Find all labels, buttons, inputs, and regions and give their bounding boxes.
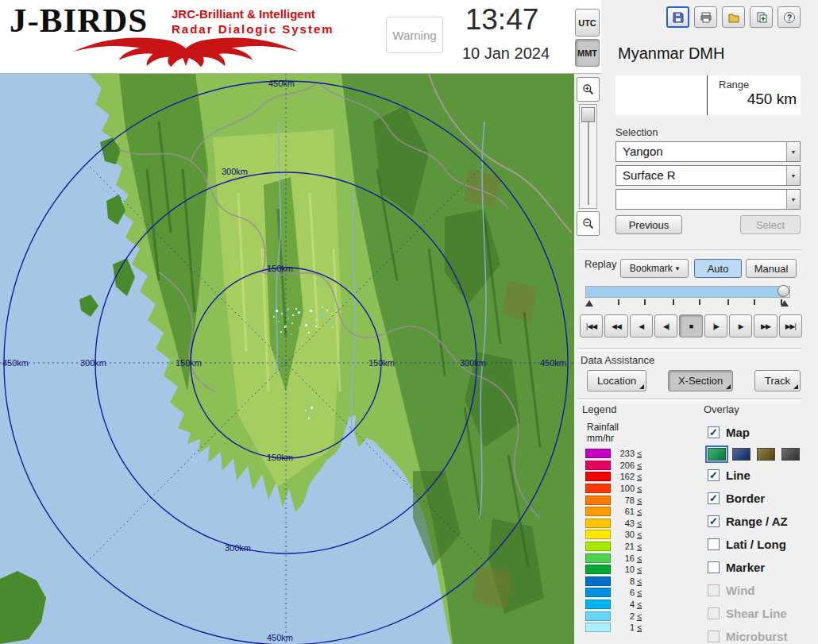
overlay-item-map[interactable]: ✓Map	[708, 421, 814, 444]
checkbox-wind	[708, 584, 720, 596]
legend-color-swatch	[585, 611, 611, 621]
legend-row: 16≤	[585, 552, 665, 564]
overlay-item-range-az[interactable]: ✓Range / AZ	[708, 510, 814, 533]
legend-color-swatch	[585, 449, 611, 458]
previous-button[interactable]: Previous	[615, 215, 682, 234]
site-dropdown[interactable]: Yangon ▼	[615, 141, 801, 162]
chevron-down-icon[interactable]: ▼	[786, 142, 800, 161]
checkbox-line[interactable]: ✓	[708, 469, 720, 481]
bookmark-button[interactable]: Bookmark ▾	[620, 259, 689, 278]
map-style-swatch-3[interactable]	[757, 448, 775, 461]
save-button[interactable]	[666, 6, 689, 28]
replay-step-back-button[interactable]: ◀|	[654, 314, 677, 337]
replay-fast-forward-button[interactable]: ▶▶	[754, 314, 777, 337]
bookmark-tick	[699, 299, 700, 305]
assist-button-label: Location	[597, 375, 636, 387]
zoom-in-button[interactable]	[577, 77, 600, 102]
map-style-swatch-4[interactable]	[781, 448, 800, 461]
overlay-label: Marker	[726, 561, 765, 574]
replay-fast-rewind-button[interactable]: ◀◀	[604, 314, 627, 337]
replay-play-button[interactable]: ▶	[729, 314, 752, 337]
chevron-down-icon[interactable]: ▼	[786, 166, 800, 185]
legend-color-swatch	[585, 565, 611, 574]
extra-dropdown-value	[616, 190, 786, 209]
checkbox-lati-long[interactable]	[708, 538, 720, 550]
auto-button[interactable]: Auto	[694, 259, 742, 278]
save-icon	[672, 11, 685, 24]
zoom-out-button[interactable]	[577, 211, 600, 236]
legend-threshold-link[interactable]: ≤	[637, 461, 642, 470]
assist-button-label: X-Section	[678, 375, 723, 387]
overlay-item-lati-long[interactable]: Lati / Long	[708, 533, 814, 556]
legend-threshold-link[interactable]: ≤	[637, 496, 642, 505]
replay-stop-button[interactable]: ■	[679, 314, 702, 337]
legend-color-swatch	[585, 600, 611, 609]
utc-button[interactable]: UTC	[575, 9, 600, 37]
overlay-item-microburst: Microburst	[708, 625, 814, 644]
replay-play-back-button[interactable]: ◀	[630, 314, 653, 337]
warning-button[interactable]: Warning	[386, 17, 443, 53]
legend-row: 30≤	[585, 529, 665, 541]
slider-start-marker-icon	[585, 300, 593, 307]
product-dropdown[interactable]: Surface R ▼	[615, 165, 801, 186]
legend-threshold-link[interactable]: ≤	[637, 542, 642, 551]
legend-value: 162	[611, 472, 635, 481]
zoom-slider[interactable]	[579, 104, 597, 209]
legend-threshold-link[interactable]: ≤	[637, 507, 642, 516]
checkbox-range-az[interactable]: ✓	[708, 515, 720, 527]
legend-threshold-link[interactable]: ≤	[637, 472, 642, 481]
zoom-slider-handle[interactable]	[581, 107, 595, 122]
legend-threshold-link[interactable]: ≤	[637, 600, 642, 609]
radar-map-display[interactable]: 450km300km150km450km300km150km150km300km…	[0, 74, 574, 644]
legend-threshold-link[interactable]: ≤	[637, 577, 642, 586]
chevron-down-icon[interactable]: ▼	[786, 190, 800, 209]
add-button[interactable]	[750, 6, 773, 28]
checkbox-shear-line	[708, 607, 720, 619]
extra-dropdown[interactable]: ▼	[615, 189, 801, 210]
legend-threshold-link[interactable]: ≤	[637, 588, 642, 597]
legend-threshold-link[interactable]: ≤	[637, 565, 642, 574]
radar-map[interactable]: 450km300km150km450km300km150km150km300km…	[0, 74, 574, 644]
legend-row: 162≤	[585, 471, 665, 483]
replay-skip-end-button[interactable]: ▶▶|	[779, 314, 802, 337]
location-button[interactable]: Location	[587, 370, 646, 391]
overlay-item-line[interactable]: ✓Line	[708, 464, 814, 487]
legend-threshold-link[interactable]: ≤	[637, 484, 642, 493]
legend-threshold-link[interactable]: ≤	[637, 530, 642, 539]
svg-text:300km: 300km	[225, 543, 251, 553]
legend-threshold-link[interactable]: ≤	[637, 611, 642, 621]
replay-progress-fill	[586, 287, 783, 297]
replay-skip-start-button[interactable]: |◀◀	[580, 314, 603, 337]
map-style-swatch-1[interactable]	[708, 448, 726, 461]
separator	[577, 249, 802, 253]
overlay-item-border[interactable]: ✓Border	[708, 487, 814, 510]
svg-text:150km: 150km	[368, 358, 395, 368]
checkbox-border[interactable]: ✓	[708, 492, 720, 504]
jbirds-app: J-BIRDS JRC-Brilliant & Intelligent Rada…	[0, 0, 818, 644]
replay-slider-handle[interactable]	[777, 285, 789, 297]
legend-threshold-link[interactable]: ≤	[637, 553, 642, 563]
legend-threshold-link[interactable]: ≤	[637, 519, 642, 528]
replay-step-forward-button[interactable]: |▶	[704, 314, 727, 337]
legend-threshold-link[interactable]: ≤	[637, 623, 642, 632]
legend-threshold-link[interactable]: ≤	[637, 449, 642, 458]
legend-row: 78≤	[585, 494, 665, 506]
x-section-button[interactable]: X-Section	[668, 370, 733, 391]
checkbox-map[interactable]: ✓	[708, 426, 720, 438]
selection-label: Selection	[615, 126, 658, 138]
checkbox-marker[interactable]	[708, 561, 720, 573]
mmt-button[interactable]: MMT	[575, 39, 600, 67]
assistance-buttons: LocationX-SectionTrack	[587, 370, 801, 391]
print-button[interactable]	[694, 6, 717, 28]
open-button[interactable]	[722, 6, 745, 28]
legend-color-swatch	[585, 507, 611, 516]
help-button[interactable]: ?	[777, 6, 801, 28]
legend-color-swatch	[585, 519, 611, 528]
manual-button[interactable]: Manual	[746, 259, 797, 278]
overlay-item-marker[interactable]: Marker	[708, 556, 814, 579]
track-button[interactable]: Track	[754, 370, 801, 391]
separator	[577, 398, 802, 401]
replay-slider[interactable]	[585, 286, 790, 298]
map-style-swatch-2[interactable]	[732, 448, 750, 461]
legend-color-swatch	[585, 588, 611, 597]
